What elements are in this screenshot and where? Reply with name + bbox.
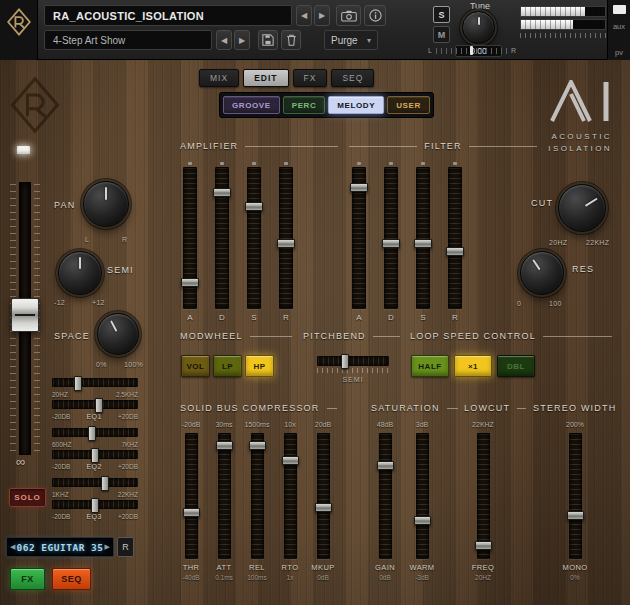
slider-handle[interactable] [91,498,99,513]
slider-track[interactable] [279,167,293,309]
res-knob[interactable] [520,251,564,295]
slider-handle[interactable] [181,278,199,287]
pitchbend-slider[interactable] [317,356,389,366]
slider-top-marker [252,162,256,165]
next-preset-button[interactable]: ▶ [234,30,250,50]
slider-handle[interactable] [74,376,82,391]
ai-logo-icon [550,80,612,122]
loop-speed-button-dbl[interactable]: DBL [497,355,535,377]
slider-handle[interactable] [95,398,103,413]
modwheel-button-lp[interactable]: LP [213,355,242,377]
slider-track[interactable] [448,167,462,309]
loop-speed-button-half[interactable]: HALF [411,355,449,377]
reverse-button[interactable]: R [117,537,134,557]
eq-freq-slider[interactable] [52,428,138,437]
slider-track[interactable] [352,167,366,309]
balance-ruler[interactable] [436,48,507,54]
pv-label[interactable]: pv [608,48,630,57]
prev-instrument-button[interactable]: ◀ [296,5,312,26]
modwheel-button-vol[interactable]: VOL [181,355,210,377]
tab-edit[interactable]: EDIT [243,69,288,87]
slider-handle[interactable] [382,239,400,248]
slider-track[interactable] [477,433,490,559]
slider-handle[interactable] [213,188,231,197]
volume-fader[interactable] [10,182,40,455]
meter-fill [521,20,573,29]
slider-handle[interactable] [414,516,431,525]
fader-handle[interactable] [11,298,39,332]
slider-track[interactable] [569,433,582,559]
layer-button-groove[interactable]: GROOVE [223,96,280,114]
aux-label[interactable]: aux [608,22,630,31]
pan-knob[interactable] [83,181,129,227]
tab-mix[interactable]: MIX [199,69,239,87]
param-name-label: WARM [409,563,434,572]
slider-handle[interactable] [567,511,584,520]
slider-track[interactable] [183,167,197,309]
eq-freq-slider[interactable] [52,378,138,387]
slider-handle[interactable] [183,508,200,517]
snapshot-camera-button[interactable] [336,5,361,26]
slider-track[interactable] [218,433,231,559]
eq-gain-slider[interactable] [52,500,138,509]
filter-envelope: ADSR [348,162,466,322]
slider-handle[interactable] [249,441,266,450]
param-max-label: 22KHZ [472,421,494,431]
eq-gain-slider[interactable] [52,450,138,459]
seq-page-button[interactable]: SEQ [52,568,91,590]
pan-balance-control[interactable]: L R [428,45,516,56]
purge-dropdown[interactable]: Purge ▾ [324,30,378,50]
semi-knob[interactable] [58,251,102,295]
tune-knob[interactable] [462,11,495,44]
slider-handle[interactable] [315,503,332,512]
slider-handle[interactable] [350,183,368,192]
eq-freq-slider[interactable] [52,478,138,487]
slider-track[interactable] [247,167,261,309]
slider-handle[interactable] [341,354,349,369]
solo-button[interactable]: SOLO [9,488,46,507]
param-min-label: 0% [570,574,579,581]
slider-handle[interactable] [88,426,96,441]
tab-fx[interactable]: FX [293,69,328,87]
slider-handle[interactable] [91,448,99,463]
modwheel-button-hp[interactable]: HP [245,355,274,377]
slider-handle[interactable] [377,461,394,470]
slider-track[interactable] [379,433,392,559]
fx-page-button[interactable]: FX [10,568,45,590]
slider-handle[interactable] [475,541,492,550]
next-sample-button[interactable]: ▶ [105,543,110,551]
slider-track[interactable] [215,167,229,309]
slider-handle[interactable] [446,247,464,256]
info-button[interactable] [364,5,386,26]
slider-handle[interactable] [277,239,295,248]
loop-speed-button-x1[interactable]: ×1 [454,355,492,377]
mute-channel-button[interactable]: M [433,26,450,43]
slider-track[interactable] [185,433,198,559]
eq-gain-slider[interactable] [52,400,138,409]
slider-handle[interactable] [245,202,263,211]
layer-button-perc[interactable]: PERC [283,96,326,114]
slider-handle[interactable] [216,441,233,450]
slider-track[interactable] [384,167,398,309]
slider-track[interactable] [416,433,429,559]
cut-min-label: 20HZ [549,239,567,246]
layer-button-user[interactable]: USER [387,96,430,114]
slider-handle[interactable] [282,456,299,465]
slider-track[interactable] [251,433,264,559]
save-button[interactable] [258,30,278,50]
semi-max-label: +12 [92,299,105,306]
tab-seq[interactable]: SEQ [331,69,374,87]
slider-handle[interactable] [101,476,109,491]
next-instrument-button[interactable]: ▶ [314,5,330,26]
slider-handle[interactable] [414,239,432,248]
pitchbend-header: PITCHBEND [303,331,400,341]
space-knob[interactable] [97,313,139,355]
slider-track[interactable] [416,167,430,309]
prev-preset-button[interactable]: ◀ [216,30,232,50]
solo-channel-button[interactable]: S [433,6,450,23]
slider-track[interactable] [317,433,330,559]
slider-track[interactable] [284,433,297,559]
layer-button-melody[interactable]: MELODY [328,96,384,114]
delete-button[interactable] [281,30,301,50]
cut-knob[interactable] [558,184,606,232]
